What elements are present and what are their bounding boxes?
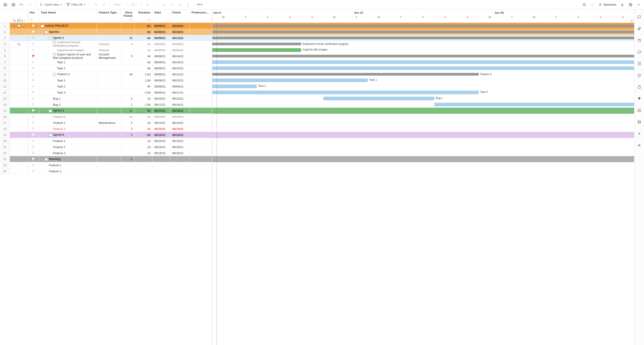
predecessor-cell[interactable]	[190, 168, 212, 174]
start-cell[interactable]: 06/09/21	[152, 59, 170, 65]
gantt-bar[interactable]: Task 2	[212, 85, 257, 88]
feature-type-cell[interactable]	[97, 35, 121, 41]
row-number[interactable]: 17	[0, 120, 10, 126]
gantt-row[interactable]: Task 3	[212, 90, 634, 96]
finish-cell[interactable]: 06/14/21	[170, 65, 190, 71]
font-selector[interactable]: Arial	[112, 1, 125, 8]
story-points-cell[interactable]	[121, 150, 134, 156]
table-row[interactable]: 22Feature 31d06/16/2106/16/21	[0, 150, 212, 156]
flag-icon[interactable]	[32, 139, 35, 142]
flag-icon[interactable]	[32, 49, 35, 52]
finish-cell[interactable]: 06/09/21	[170, 41, 190, 47]
story-points-cell[interactable]: 13	[121, 114, 134, 120]
gantt-row[interactable]: Bug 2	[212, 102, 634, 108]
table-row[interactable]: 14Bug 211.5d06/11/2106/14/21	[0, 102, 212, 108]
task-name-cell[interactable]: Bug 1	[39, 96, 97, 101]
flag-icon[interactable]	[32, 145, 35, 149]
flag-icon[interactable]	[32, 164, 35, 167]
hot-cell[interactable]	[28, 138, 39, 144]
duration-cell[interactable]: 8d	[134, 29, 152, 35]
row-number[interactable]: 12	[0, 90, 10, 95]
task-name-cell[interactable]: Feature 2	[39, 144, 97, 150]
table-row[interactable]: 6−Export reports of user and their assig…	[0, 53, 212, 59]
clipboard-icon[interactable]	[636, 84, 642, 90]
column-feature-type[interactable]: Feature Type	[97, 10, 121, 23]
redo-button[interactable]	[26, 1, 33, 8]
task-name-cell[interactable]: Task 1	[39, 59, 97, 65]
duration-cell[interactable]	[134, 168, 152, 174]
zoom-in-button[interactable]	[589, 1, 596, 8]
gantt-row[interactable]: AGILE PROJECT	[212, 23, 634, 29]
task-name-cell[interactable]: Feature 3	[39, 126, 97, 132]
row-number[interactable]: 21	[0, 144, 10, 150]
collapse-toggle[interactable]: −	[41, 25, 44, 28]
column-task-name[interactable]: Task Name	[39, 10, 97, 23]
task-name-cell[interactable]: −Sprint 2	[39, 108, 97, 114]
duration-cell[interactable]: 1d	[134, 144, 152, 150]
story-points-cell[interactable]: 3	[121, 126, 134, 132]
feature-type-cell[interactable]: Maintenance	[97, 120, 121, 126]
hot-cell[interactable]	[28, 144, 39, 150]
duration-cell[interactable]	[134, 162, 152, 168]
finish-cell[interactable]: 06/16/21	[170, 144, 190, 150]
hot-cell[interactable]	[28, 77, 39, 83]
flag-icon[interactable]	[32, 97, 35, 100]
duration-cell[interactable]: 1d	[134, 41, 152, 47]
flag-icon[interactable]	[32, 73, 35, 76]
task-name-cell[interactable]: −Sprint 3	[39, 132, 97, 138]
gantt-row[interactable]	[212, 168, 634, 174]
row-number[interactable]: 15	[0, 108, 10, 114]
feature-type-cell[interactable]	[97, 90, 121, 95]
story-points-cell[interactable]: 8	[121, 41, 134, 47]
duration-cell[interactable]	[134, 156, 152, 162]
outdent-button[interactable]	[92, 1, 99, 8]
table-row[interactable]: 1📎💬🔒−AGILE PROJECT8d06/09/2106/18/21	[0, 23, 212, 29]
story-points-cell[interactable]	[121, 47, 134, 53]
feature-type-cell[interactable]	[97, 138, 121, 144]
gantt-row[interactable]: Feature 3	[212, 126, 634, 132]
collapse-toggle[interactable]: −	[53, 41, 56, 44]
predecessor-cell[interactable]	[190, 35, 212, 41]
collapse-toggle[interactable]: −	[49, 37, 52, 40]
predecessor-cell[interactable]	[190, 102, 212, 107]
column-hot[interactable]: Hoti	[28, 10, 39, 23]
gantt-bar[interactable]: Captcha with images	[212, 48, 301, 52]
flag-icon[interactable]	[32, 36, 35, 40]
baselines-button[interactable]: Baselines	[597, 3, 618, 7]
gantt-row[interactable]: Task 2	[212, 65, 634, 71]
start-cell[interactable]: 06/09/21	[152, 65, 170, 71]
story-points-cell[interactable]: 36	[121, 35, 134, 41]
gantt-row[interactable]: Feature 3	[212, 150, 634, 156]
critical-path-button[interactable]	[619, 1, 626, 8]
gantt-row[interactable]: Feature 2	[212, 120, 634, 126]
hot-cell[interactable]	[28, 53, 39, 59]
story-points-cell[interactable]: 1	[121, 102, 134, 107]
start-cell[interactable]: 06/16/21	[152, 150, 170, 156]
feature-type-cell[interactable]: Account Management	[97, 53, 121, 59]
feature-type-cell[interactable]	[97, 144, 121, 150]
duration-cell[interactable]: 1d	[134, 150, 152, 156]
finish-cell[interactable]: 06/15/21	[170, 126, 190, 132]
start-cell[interactable]	[152, 168, 170, 174]
story-points-cell[interactable]	[121, 65, 134, 71]
predecessor-cell[interactable]	[190, 108, 212, 114]
underline-button[interactable]: U	[160, 1, 167, 8]
finish-cell[interactable]: 06/09/21	[170, 84, 190, 89]
table-row[interactable]: 2−Sprints8d06/09/2106/18/21	[0, 29, 212, 35]
story-points-cell[interactable]: 2	[121, 96, 134, 101]
row-number[interactable]: 14	[0, 102, 10, 107]
task-name-cell[interactable]: −Sprint 1	[39, 35, 97, 41]
predecessor-cell[interactable]	[190, 29, 212, 35]
gantt-row[interactable]: Feature 1	[212, 138, 634, 144]
duration-cell[interactable]: 5d	[134, 108, 152, 114]
table-row[interactable]: 9−Feature 3202.5d06/09/2106/11/21	[0, 71, 212, 77]
hot-cell[interactable]	[28, 23, 39, 29]
predecessor-cell[interactable]	[190, 84, 212, 89]
predecessor-cell[interactable]	[190, 77, 212, 83]
table-row[interactable]: 25Feature 2	[0, 168, 212, 174]
feature-type-cell[interactable]	[97, 102, 121, 107]
task-name-cell[interactable]: Feature 2	[39, 120, 97, 126]
save-button[interactable]	[2, 1, 9, 8]
hot-cell[interactable]	[28, 126, 39, 132]
feature-type-cell[interactable]: Security	[97, 47, 121, 53]
